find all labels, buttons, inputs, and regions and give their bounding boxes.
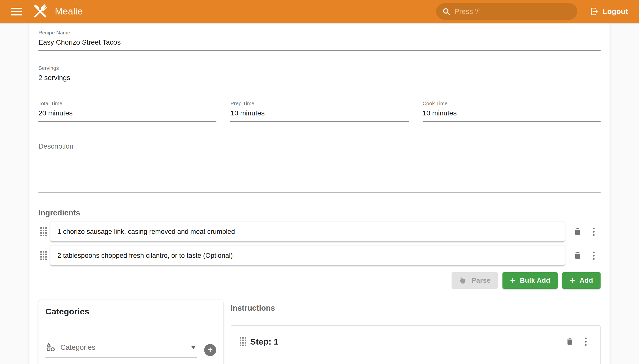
cook-time-field: Cook Time — [422, 97, 600, 122]
prep-time-field: Prep Time — [230, 97, 408, 122]
ingredient-row — [39, 246, 600, 265]
servings-label: Servings — [39, 65, 600, 71]
step-header: Step: 1 — [239, 334, 593, 348]
mealie-logo-icon — [31, 2, 49, 21]
bottom-columns: Categories Categories + — [39, 300, 600, 364]
recipe-name-input[interactable] — [39, 38, 600, 50]
drag-handle-icon[interactable] — [39, 226, 48, 237]
description-textarea[interactable] — [39, 150, 600, 192]
add-label: Add — [580, 277, 593, 284]
total-time-input[interactable] — [39, 109, 217, 121]
app-bar: Mealie Logout — [0, 0, 639, 23]
ingredient-menu-button[interactable] — [587, 248, 600, 262]
drag-handle-icon[interactable] — [39, 250, 48, 261]
prep-time-input[interactable] — [230, 109, 408, 121]
instructions-heading: Instructions — [231, 304, 600, 313]
search-input[interactable] — [455, 8, 571, 16]
trash-icon — [573, 251, 582, 260]
categories-title: Categories — [46, 307, 216, 316]
parse-label: Parse — [472, 277, 491, 284]
chevron-down-icon — [191, 346, 196, 349]
servings-input[interactable] — [39, 73, 600, 86]
logout-icon — [590, 7, 599, 16]
categories-card: Categories Categories + — [39, 300, 223, 364]
step-menu-button[interactable] — [579, 334, 593, 348]
instructions-section: Instructions Step: 1 — [231, 300, 600, 364]
search-bar[interactable] — [436, 3, 577, 20]
plus-icon: + — [208, 345, 213, 354]
step-title: Step: 1 — [250, 337, 278, 346]
total-time-label: Total Time — [39, 100, 217, 107]
cook-time-label: Cook Time — [422, 100, 600, 107]
logout-button[interactable]: Logout — [586, 4, 631, 18]
apple-icon — [459, 277, 467, 284]
logout-label: Logout — [603, 8, 628, 16]
servings-field: Servings — [39, 62, 600, 86]
recipe-name-field: Recipe Name — [39, 26, 600, 51]
bulk-add-button[interactable]: + Bulk Add — [502, 272, 558, 289]
categories-select-row: Categories + — [46, 342, 216, 358]
plus-icon: + — [510, 276, 515, 285]
delete-step-button[interactable] — [563, 334, 577, 348]
trash-icon — [565, 337, 574, 346]
ingredient-row — [39, 222, 600, 241]
plus-icon: + — [570, 276, 575, 285]
search-icon — [442, 7, 451, 16]
add-category-button[interactable]: + — [204, 344, 216, 356]
total-time-field: Total Time — [39, 97, 217, 122]
menu-icon[interactable] — [9, 4, 25, 20]
kebab-icon — [585, 338, 587, 346]
app-title: Mealie — [55, 6, 83, 17]
ingredient-actions: Parse + Bulk Add + Add — [39, 272, 600, 289]
drag-handle-icon[interactable] — [239, 336, 247, 347]
bulk-add-label: Bulk Add — [520, 277, 550, 284]
delete-ingredient-button[interactable] — [571, 225, 585, 238]
parse-button[interactable]: Parse — [452, 272, 498, 289]
shapes-icon — [46, 342, 56, 352]
trash-icon — [573, 227, 582, 236]
ingredient-input[interactable] — [57, 252, 558, 260]
recipe-name-label: Recipe Name — [39, 30, 600, 36]
kebab-icon — [593, 228, 594, 236]
recipe-editor-card: Recipe Name Servings Total Time Prep Tim… — [30, 23, 609, 364]
categories-select-label: Categories — [60, 343, 95, 352]
categories-select[interactable]: Categories — [46, 342, 197, 358]
description-label: Description — [39, 142, 600, 150]
prep-time-label: Prep Time — [230, 100, 408, 107]
ingredient-input-card — [50, 246, 565, 265]
kebab-icon — [593, 252, 594, 260]
ingredient-input[interactable] — [57, 228, 558, 236]
divider — [46, 323, 216, 323]
ingredient-menu-button[interactable] — [587, 225, 600, 238]
ingredients-heading: Ingredients — [39, 208, 600, 218]
delete-ingredient-button[interactable] — [571, 248, 585, 262]
description-field[interactable]: Description — [39, 139, 600, 193]
ingredient-input-card — [50, 222, 565, 241]
step-card: Step: 1 Combine crumbled chorizo and chi… — [231, 325, 600, 364]
times-row: Total Time Prep Time Cook Time — [39, 97, 600, 133]
add-button[interactable]: + Add — [562, 272, 600, 289]
cook-time-input[interactable] — [422, 109, 600, 121]
